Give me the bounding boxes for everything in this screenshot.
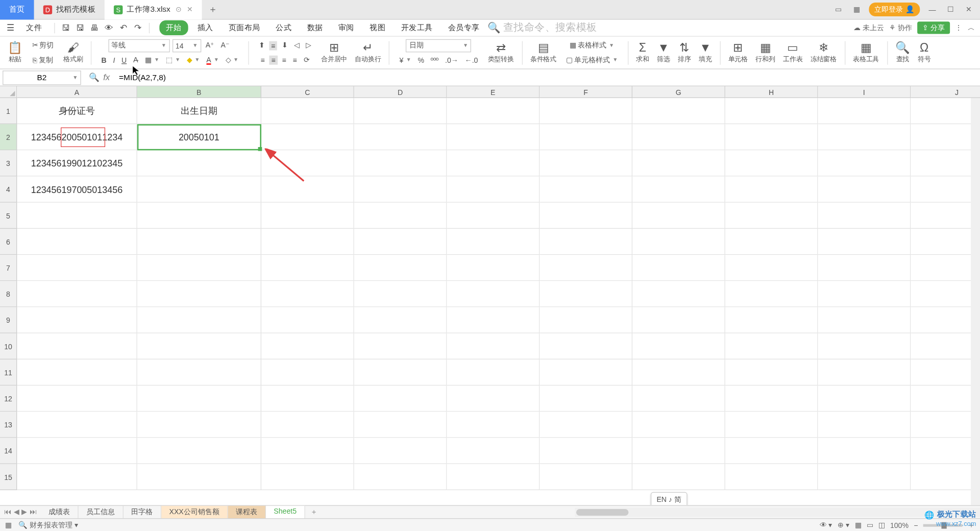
sheet-tab[interactable]: 课程表 bbox=[228, 506, 266, 518]
eye-icon[interactable]: 👁 ▾ bbox=[820, 521, 833, 529]
column-header[interactable]: E bbox=[447, 86, 540, 98]
cell[interactable] bbox=[447, 438, 540, 464]
table-tools-button[interactable]: ▦表格工具 bbox=[853, 41, 879, 64]
cell[interactable] bbox=[818, 124, 911, 150]
table-style-button[interactable]: ▦ 表格样式▼ bbox=[568, 40, 616, 51]
search-box[interactable]: 🔍 查找命令、搜索模板 bbox=[487, 21, 597, 35]
cell[interactable]: 20050101 bbox=[137, 124, 261, 150]
menu-tab-review[interactable]: 审阅 bbox=[332, 20, 360, 35]
font-name-select[interactable]: 等线▼ bbox=[108, 39, 169, 52]
increase-decimal-button[interactable]: .0→ bbox=[443, 55, 460, 64]
cell[interactable] bbox=[632, 333, 725, 359]
cell[interactable] bbox=[818, 98, 911, 124]
row-header[interactable]: 13 bbox=[0, 412, 17, 438]
strikethrough-button[interactable]: A̶ bbox=[131, 55, 140, 65]
fill-button[interactable]: ▼填充 bbox=[699, 41, 712, 64]
cell[interactable] bbox=[725, 124, 818, 150]
menu-tab-formula[interactable]: 公式 bbox=[269, 20, 298, 35]
cell[interactable] bbox=[137, 150, 261, 176]
row-header[interactable]: 10 bbox=[0, 333, 17, 359]
clear-format-button[interactable]: ◇▼ bbox=[224, 55, 240, 65]
cell[interactable] bbox=[632, 177, 725, 203]
cell[interactable] bbox=[354, 385, 447, 412]
cell[interactable] bbox=[818, 412, 911, 438]
cell[interactable] bbox=[818, 255, 911, 281]
cell[interactable] bbox=[632, 307, 725, 333]
save-icon[interactable]: 🖫 bbox=[61, 22, 71, 33]
cell[interactable] bbox=[911, 281, 980, 307]
cell[interactable] bbox=[17, 385, 137, 412]
cell[interactable] bbox=[818, 229, 911, 255]
row-header[interactable]: 12 bbox=[0, 385, 17, 412]
select-all-corner[interactable] bbox=[0, 86, 17, 98]
tab-menu-icon[interactable]: ⊙ bbox=[176, 5, 182, 14]
column-header[interactable]: F bbox=[540, 86, 632, 98]
sum-button[interactable]: Σ求和 bbox=[636, 41, 649, 64]
cell[interactable] bbox=[137, 333, 261, 359]
cell[interactable] bbox=[354, 124, 447, 150]
cell[interactable] bbox=[137, 412, 261, 438]
sheet-tab[interactable]: 成绩表 bbox=[40, 506, 78, 518]
cell[interactable] bbox=[632, 359, 725, 385]
cell[interactable] bbox=[725, 464, 818, 490]
name-box[interactable]: B2▼ bbox=[3, 70, 81, 85]
type-convert-button[interactable]: ⇄类型转换 bbox=[488, 41, 514, 64]
cell[interactable] bbox=[540, 255, 632, 281]
view-split-icon[interactable]: ◫ bbox=[878, 521, 885, 529]
cell[interactable] bbox=[540, 307, 632, 333]
cell[interactable] bbox=[261, 438, 354, 464]
cell[interactable] bbox=[540, 177, 632, 203]
comma-button[interactable]: ººº bbox=[429, 55, 440, 64]
row-header[interactable]: 1 bbox=[0, 98, 17, 124]
redo-icon[interactable]: ↷ bbox=[133, 22, 143, 33]
cell[interactable] bbox=[447, 150, 540, 176]
cell[interactable] bbox=[17, 412, 137, 438]
cell[interactable] bbox=[911, 412, 980, 438]
orientation-button[interactable]: ⟳ bbox=[302, 55, 311, 65]
cell[interactable] bbox=[540, 281, 632, 307]
menu-tab-view[interactable]: 视图 bbox=[363, 20, 392, 35]
cell[interactable] bbox=[725, 150, 818, 176]
align-justify-button[interactable]: ≡ bbox=[291, 55, 299, 64]
cell[interactable] bbox=[17, 438, 137, 464]
cell[interactable] bbox=[632, 124, 725, 150]
cell[interactable] bbox=[911, 177, 980, 203]
paste-button[interactable]: 📋粘贴 bbox=[8, 41, 22, 64]
freeze-button[interactable]: ❄冻结窗格 bbox=[811, 41, 837, 64]
cell[interactable] bbox=[447, 464, 540, 490]
add-sheet-button[interactable]: ＋ bbox=[305, 507, 323, 517]
cell[interactable] bbox=[447, 412, 540, 438]
fill-color-button[interactable]: ◆▼ bbox=[185, 55, 202, 65]
border-button[interactable]: ▦▼ bbox=[143, 55, 161, 65]
column-header[interactable]: H bbox=[725, 86, 818, 98]
cell[interactable] bbox=[137, 229, 261, 255]
cell[interactable] bbox=[17, 307, 137, 333]
cell[interactable] bbox=[911, 438, 980, 464]
cell[interactable] bbox=[632, 203, 725, 229]
cell[interactable] bbox=[447, 229, 540, 255]
zoom-level[interactable]: 100% bbox=[890, 521, 909, 529]
row-header[interactable]: 6 bbox=[0, 229, 17, 255]
row-header[interactable]: 4 bbox=[0, 177, 17, 203]
cell[interactable]: 123456200501011234 bbox=[17, 124, 137, 150]
find-button[interactable]: 🔍查找 bbox=[895, 41, 910, 64]
cell[interactable] bbox=[447, 255, 540, 281]
row-header[interactable]: 15 bbox=[0, 464, 17, 490]
cell[interactable] bbox=[725, 412, 818, 438]
cell[interactable] bbox=[354, 255, 447, 281]
cell[interactable] bbox=[911, 229, 980, 255]
cell[interactable] bbox=[261, 464, 354, 490]
cell[interactable] bbox=[540, 98, 632, 124]
column-header[interactable]: J bbox=[911, 86, 980, 98]
currency-button[interactable]: ¥▼ bbox=[398, 55, 413, 64]
maximize-button[interactable]: ☐ bbox=[945, 4, 957, 15]
cell[interactable] bbox=[725, 307, 818, 333]
sheet-nav-next[interactable]: ▶ bbox=[21, 508, 27, 517]
bold-button[interactable]: B bbox=[100, 55, 109, 64]
row-header[interactable]: 8 bbox=[0, 281, 17, 307]
italic-button[interactable]: I bbox=[111, 55, 117, 64]
number-format-select[interactable]: 日期▼ bbox=[406, 39, 471, 52]
menu-tab-dev[interactable]: 开发工具 bbox=[395, 20, 439, 35]
cell[interactable] bbox=[911, 307, 980, 333]
cell[interactable] bbox=[137, 203, 261, 229]
